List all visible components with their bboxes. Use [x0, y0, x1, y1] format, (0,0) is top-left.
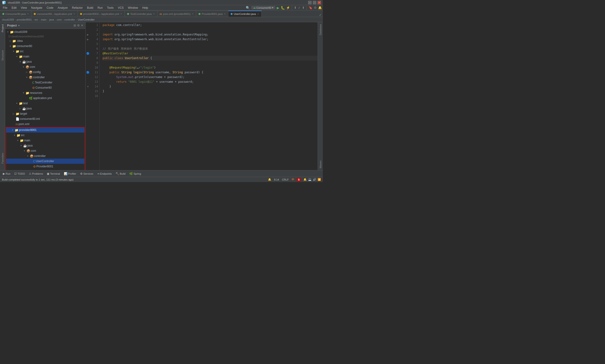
tree-item-consumer80-resources[interactable]: ▾ 📁 resources [5, 90, 85, 95]
run-button[interactable]: ▶ [277, 6, 279, 10]
tab-close-testcontroller[interactable]: ✕ [153, 13, 155, 15]
tree-item-provider8001-src[interactable]: ▾ 📁 src [6, 133, 84, 138]
menu-analyze[interactable]: Analyze [56, 6, 70, 10]
menu-view[interactable]: View [19, 6, 29, 10]
run-config-dropdown-icon[interactable]: ▾ [272, 6, 273, 9]
tree-item-idea[interactable]: ▷ 📁 .idea [5, 38, 85, 43]
services-tool[interactable]: ⚙ Services [79, 172, 95, 176]
tree-item-provider8001-com[interactable]: ▾ 📦 com [6, 148, 84, 153]
menu-navigate[interactable]: Navigate [29, 6, 44, 10]
tree-item-consumer80-src[interactable]: ▾ 📁 src [5, 49, 85, 54]
tree-item-config[interactable]: ▷ 📦 config [5, 69, 85, 75]
project-side-label[interactable]: Project [0, 22, 5, 34]
status-network-icon[interactable]: 📶 [318, 178, 321, 181]
tab-usercontroller[interactable]: UserController.java ✕ [228, 11, 262, 17]
tab-close-consumer80java[interactable]: ✕ [27, 13, 29, 15]
menu-run[interactable]: Run [96, 6, 105, 10]
structure-side-label[interactable]: Structure [0, 48, 5, 63]
run-with-coverage[interactable]: ⚡ [286, 6, 290, 10]
panel-settings-icon[interactable]: ⚙ [77, 24, 80, 27]
tree-item-consumer80[interactable]: ▾ 📁 consumer80 [5, 43, 85, 49]
tab-close-pomxml[interactable]: ✕ [192, 13, 193, 15]
bookmark[interactable]: 🔖 [309, 6, 312, 10]
tree-item-consumer80-com[interactable]: ▾ 📦 com [5, 64, 85, 69]
menu-code[interactable]: Code [45, 6, 55, 10]
tree-item-provider8001-controller[interactable]: ▾ 📦 controller [6, 153, 84, 159]
tree-item-testcontroller[interactable]: ▷ C TestController [5, 80, 85, 85]
tree-item-consumer80class[interactable]: ▷ ⚙ Consumer80 [5, 85, 85, 90]
minimize-button[interactable]: ─ [308, 1, 311, 4]
status-monitor-icon[interactable]: 💻 [308, 178, 311, 181]
maven-label[interactable]: Maven [318, 159, 322, 170]
menu-vcs[interactable]: VCS [116, 6, 126, 10]
tree-item-consumer80-iml[interactable]: ▷ 📄 consumer80.iml [5, 116, 85, 121]
breadcrumb-provider8001[interactable]: provider8001 [16, 18, 32, 21]
vcs-push[interactable]: ⬆ [302, 6, 305, 10]
tree-item-provider8001[interactable]: ▾ 📁 provider8001 [6, 127, 84, 133]
tab-close-provider8001yml[interactable]: ✕ [120, 13, 122, 15]
tab-close-usercontroller[interactable]: ✕ [257, 13, 259, 15]
tab-consumer80java[interactable]: Consumer80.java ✕ [0, 11, 31, 17]
panel-close-icon[interactable]: ✕ [81, 24, 83, 27]
breadcrumb-java[interactable]: java [49, 18, 54, 21]
settings[interactable]: ⚙ [314, 6, 317, 10]
tree-item-cloud1009[interactable]: ▾ 📁 cloud1009 [5, 29, 85, 35]
tree-item-provider8001-java[interactable]: ▾ ☕ java [6, 143, 84, 148]
tab-testcontroller[interactable]: TestController.java ✕ [125, 11, 157, 17]
search-everywhere-icon[interactable]: 🔍 [246, 6, 250, 10]
panel-dropdown-icon[interactable]: ▾ [18, 24, 20, 27]
favorites-side-label[interactable]: Favorites [0, 151, 5, 166]
code-lines[interactable]: package com.controller; import org.sprin… [100, 22, 318, 170]
breadcrumb-src[interactable]: src [35, 18, 38, 21]
tree-item-provider8001-main[interactable]: ▾ 📁 main [6, 138, 84, 143]
problems-tool[interactable]: ⚠ Problems [27, 172, 44, 176]
status-bell-icon[interactable]: 🔔 [303, 178, 307, 181]
tab-close-provider8001java[interactable]: ✕ [224, 13, 226, 15]
breadcrumb-main[interactable]: main [41, 18, 47, 21]
tree-item-consumer80-yml[interactable]: ▷ 🌿 application.yml [5, 95, 85, 101]
tab-provider8001yml[interactable]: provider8001\...\application.yml ✕ [78, 11, 125, 17]
tree-item-consumer80-controller[interactable]: ▾ 📦 controller [5, 75, 85, 80]
breadcrumb-com[interactable]: com [57, 18, 62, 21]
close-button[interactable]: ✕ [318, 1, 321, 4]
run-tool[interactable]: ▶ Run [1, 172, 12, 176]
tree-item-consumer80-test[interactable]: ▾ 📁 test [5, 101, 85, 106]
status-notification[interactable]: 🔔 [268, 178, 271, 181]
tree-item-consumer80-test-java[interactable]: ▷ ☕ java [5, 106, 85, 111]
panel-expand-icon[interactable]: ⊞ [74, 24, 76, 27]
debug-button[interactable]: 🐛 [281, 6, 285, 10]
terminal-tool[interactable]: ▣ Terminal [45, 172, 62, 176]
maximize-button[interactable]: □ [313, 1, 316, 4]
vcs-update[interactable]: ⬆ [294, 6, 296, 10]
tree-item-consumer80-target[interactable]: ▷ 📁 target [5, 111, 85, 116]
tree-item-usercontroller[interactable]: ▷ C UserController [6, 159, 84, 164]
menu-help[interactable]: Help [140, 6, 150, 10]
endpoints-tool[interactable]: ⇒ Endpoints [96, 172, 113, 176]
tab-consumer80yml[interactable]: consumer80\...\application.yml ✕ [31, 11, 78, 17]
breadcrumb-usercontroller[interactable]: UserController [78, 18, 94, 21]
run-config-selector[interactable]: ☁ Consumer80 ▾ [251, 6, 275, 10]
menu-build[interactable]: Build [85, 6, 95, 10]
notifications[interactable]: 🔔 [318, 6, 322, 10]
breadcrumb-cloud1009[interactable]: cloud1009 [2, 18, 14, 21]
breadcrumb-controller[interactable]: controller [64, 18, 75, 21]
status-sound-icon[interactable]: 🔊 [313, 178, 316, 181]
database-label[interactable]: Database [318, 22, 322, 37]
profiler-tool[interactable]: 📊 Profiler [62, 172, 78, 176]
menu-refactor[interactable]: Refactor [70, 6, 85, 10]
tree-item-provider8001class[interactable]: ▷ ⚙ Provider8001 [6, 164, 84, 169]
menu-edit[interactable]: Edit [10, 6, 18, 10]
menu-file[interactable]: File [1, 6, 9, 10]
menu-tools[interactable]: Tools [105, 6, 116, 10]
menu-window[interactable]: Window [126, 6, 140, 10]
tab-close-consumer80yml[interactable]: ✕ [73, 13, 75, 15]
tree-item-consumer80-java[interactable]: ▾ ☕ java [5, 59, 85, 64]
todo-tool[interactable]: ☑ TODO [13, 172, 26, 176]
vcs-commit[interactable]: ✓ [298, 6, 301, 10]
status-line-ending[interactable]: CRLF [282, 178, 289, 181]
title-bar-controls[interactable]: ─ □ ✕ [308, 1, 321, 4]
build-tool[interactable]: 🔨 Build [114, 172, 127, 176]
spring-tool[interactable]: 🌿 Spring [128, 172, 142, 176]
tab-provider8001java[interactable]: Provider8001.java ✕ [196, 11, 228, 17]
tree-item-consumer80-pom[interactable]: ▷ m pom.xml [5, 121, 85, 127]
